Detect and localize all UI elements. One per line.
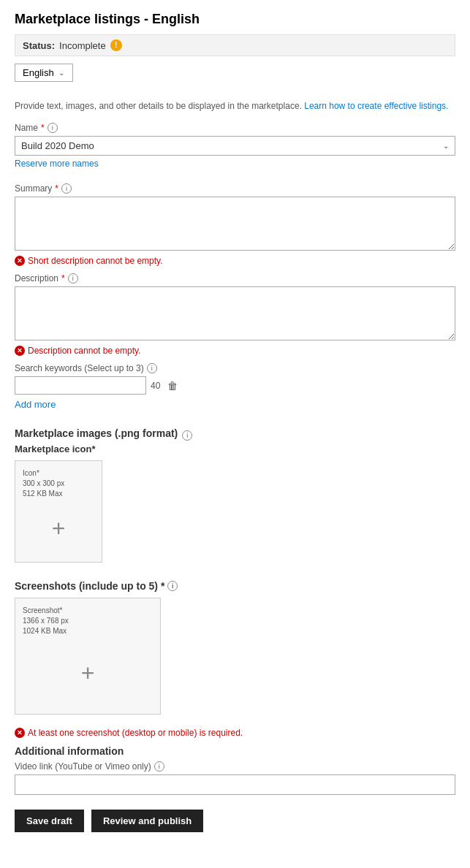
images-heading: Marketplace images (.png format) xyxy=(15,427,178,439)
screenshot-error: ✕ At least one screenshot (desktop or mo… xyxy=(15,728,455,738)
keyword-input[interactable] xyxy=(15,376,146,395)
language-label: English xyxy=(23,67,54,78)
info-paragraph: Provide text, images, and other details … xyxy=(15,99,455,113)
plus-icon: + xyxy=(23,639,153,707)
name-field-section: Name* i Build 2020 Demo ⌄ Reserve more n… xyxy=(15,123,455,176)
icon-heading: Marketplace icon* xyxy=(15,443,455,454)
summary-error: ✕ Short description cannot be empty. xyxy=(15,256,455,266)
save-draft-button[interactable]: Save draft xyxy=(15,810,84,832)
video-input[interactable] xyxy=(15,774,455,795)
images-section: Marketplace images (.png format) i Marke… xyxy=(15,427,455,573)
screenshots-info-icon[interactable]: i xyxy=(167,581,178,591)
error-icon: ✕ xyxy=(15,346,25,356)
screenshot-upload-label: Screenshot* 1366 x 768 px 1024 KB Max xyxy=(23,606,69,636)
info-link[interactable]: Learn how to create effective listings. xyxy=(304,101,448,111)
description-label: Description* i xyxy=(15,273,455,283)
images-info-icon[interactable]: i xyxy=(182,430,192,441)
status-label: Status: xyxy=(23,40,55,51)
trash-icon[interactable]: 🗑 xyxy=(164,378,181,393)
error-icon: ✕ xyxy=(15,256,25,266)
error-icon: ✕ xyxy=(15,728,25,738)
screenshots-section: Screenshots (include up to 5) * i Screen… xyxy=(15,580,455,738)
page-title: Marketplace listings - English xyxy=(15,12,455,27)
summary-field-section: Summary* i ✕ Short description cannot be… xyxy=(15,183,455,266)
name-value: Build 2020 Demo xyxy=(21,140,94,151)
description-textarea[interactable] xyxy=(15,286,455,340)
screenshot-upload-box[interactable]: Screenshot* 1366 x 768 px 1024 KB Max + xyxy=(15,598,161,715)
review-publish-button[interactable]: Review and publish xyxy=(91,810,203,832)
keywords-field-section: Search keywords (Select up to 3) i 40 🗑 … xyxy=(15,363,455,420)
additional-heading: Additional information xyxy=(15,745,455,757)
name-label: Name* i xyxy=(15,123,455,133)
icon-upload-label: Icon* 300 x 300 px 512 KB Max xyxy=(23,468,64,499)
chevron-down-icon: ⌄ xyxy=(443,142,449,150)
keywords-label: Search keywords (Select up to 3) i xyxy=(15,363,455,373)
additional-section: Additional information Video link (YouTu… xyxy=(15,745,455,795)
add-more-link[interactable]: Add more xyxy=(15,399,56,410)
video-label: Video link (YouTube or Vimeo only) i xyxy=(15,761,455,772)
summary-info-icon[interactable]: i xyxy=(61,183,72,194)
keywords-info-icon[interactable]: i xyxy=(147,363,157,373)
name-info-icon[interactable]: i xyxy=(48,123,58,133)
icon-upload-box[interactable]: Icon* 300 x 300 px 512 KB Max + xyxy=(15,460,102,563)
reserve-names-link[interactable]: Reserve more names xyxy=(15,159,99,169)
bottom-buttons: Save draft Review and publish xyxy=(15,810,455,832)
marketplace-icon-subsection: Marketplace icon* Icon* 300 x 300 px 512… xyxy=(15,443,455,573)
status-bar: Status: Incomplete ! xyxy=(15,34,455,56)
description-info-icon[interactable]: i xyxy=(68,273,78,283)
screenshots-heading: Screenshots (include up to 5) * i xyxy=(15,580,455,592)
summary-textarea[interactable] xyxy=(15,197,455,251)
keyword-count: 40 xyxy=(151,381,160,391)
language-dropdown[interactable]: English ⌄ xyxy=(15,64,73,82)
status-icon: ! xyxy=(110,39,122,51)
chevron-down-icon: ⌄ xyxy=(58,69,64,77)
summary-label: Summary* i xyxy=(15,183,455,194)
plus-icon: + xyxy=(23,502,94,555)
description-field-section: Description* i ✕ Description cannot be e… xyxy=(15,273,455,356)
video-info-icon[interactable]: i xyxy=(154,761,164,772)
keyword-row: 40 🗑 xyxy=(15,376,455,395)
status-value: Incomplete xyxy=(59,40,106,51)
name-dropdown[interactable]: Build 2020 Demo ⌄ xyxy=(15,136,455,156)
description-error: ✕ Description cannot be empty. xyxy=(15,346,455,356)
